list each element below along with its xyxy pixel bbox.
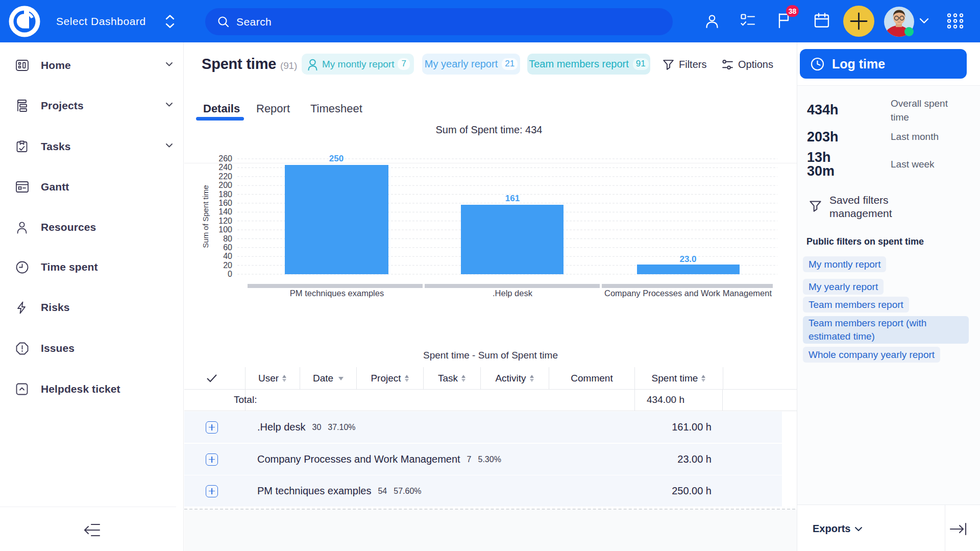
svg-text:220: 220 (218, 172, 232, 181)
svg-text:20: 20 (223, 261, 232, 270)
svg-text:140: 140 (218, 207, 232, 216)
svg-text:60: 60 (223, 243, 232, 252)
svg-text:100: 100 (218, 225, 232, 234)
svg-text:161: 161 (505, 194, 520, 203)
svg-text:240: 240 (218, 163, 232, 172)
svg-text:250: 250 (329, 154, 344, 163)
svg-text:260: 260 (218, 154, 232, 163)
svg-text:23.0: 23.0 (679, 254, 696, 264)
svg-text:180: 180 (218, 190, 232, 199)
svg-text:160: 160 (218, 199, 232, 207)
svg-text:120: 120 (218, 217, 232, 225)
svg-text:.Help desk: .Help desk (493, 289, 533, 298)
svg-text:Sum of Spent time: Sum of Spent time (201, 185, 210, 248)
svg-text:200: 200 (218, 181, 232, 189)
svg-text:PM techniques examples: PM techniques examples (290, 289, 384, 298)
svg-text:0: 0 (228, 270, 232, 278)
svg-text:Company Processes and Work Man: Company Processes and Work Management (604, 289, 772, 298)
svg-text:80: 80 (223, 234, 232, 243)
svg-text:40: 40 (223, 252, 232, 260)
